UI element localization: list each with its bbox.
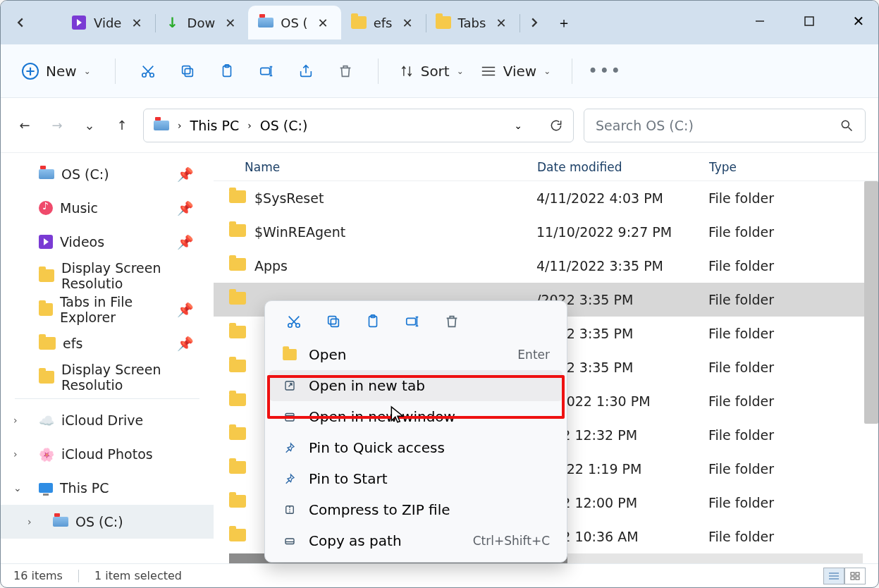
- close-tab-icon[interactable]: ✕: [399, 14, 415, 32]
- context-menu-item[interactable]: Compress to ZIP file: [269, 494, 563, 525]
- view-toggle-details[interactable]: [823, 568, 866, 584]
- tab-efs[interactable]: efs ✕: [341, 6, 426, 39]
- sidebar-item-folder[interactable]: Display Screen Resolutio: [1, 259, 214, 293]
- photos-icon: 🌸: [39, 447, 54, 462]
- file-date: 4/11/2022 3:35 PM: [536, 258, 708, 274]
- file-row[interactable]: Apps4/11/2022 3:35 PMFile folder: [214, 249, 878, 283]
- chevron-down-icon[interactable]: ⌄: [514, 120, 522, 131]
- context-menu-item[interactable]: Open in new window: [269, 401, 563, 432]
- disk-icon: [53, 517, 68, 527]
- disk-icon: [154, 118, 169, 133]
- column-name[interactable]: Name: [245, 160, 537, 174]
- sidebar-item-music[interactable]: Music📌: [1, 191, 214, 225]
- paste-button[interactable]: [211, 63, 242, 79]
- context-menu-item[interactable]: Pin to Quick access: [269, 432, 563, 463]
- sidebar-item-os-c[interactable]: OS (C:)📌: [1, 157, 214, 191]
- expand-icon[interactable]: ›: [13, 448, 18, 460]
- forward-button[interactable]: →: [46, 114, 68, 137]
- file-row[interactable]: $WinREAgent11/10/2022 9:27 PMFile folder: [214, 215, 878, 249]
- close-window-button[interactable]: ✕: [843, 8, 874, 35]
- breadcrumb-this-pc[interactable]: This PC: [190, 118, 240, 133]
- toolbar: + New ⌄ Sort ⌄ View ⌄ •••: [1, 44, 878, 98]
- breadcrumb-current[interactable]: OS (C:): [260, 118, 308, 133]
- folder-icon: [39, 371, 54, 384]
- pin-icon: [282, 441, 297, 454]
- tab-tabs[interactable]: Tabs ✕: [426, 6, 520, 39]
- expand-icon[interactable]: ›: [27, 516, 32, 527]
- sort-menu[interactable]: Sort ⌄: [395, 60, 468, 82]
- sidebar-item-folder[interactable]: Tabs in File Explorer📌: [1, 293, 214, 326]
- back-button[interactable]: ←: [13, 114, 36, 137]
- context-menu-item[interactable]: Open in new tab: [269, 370, 563, 401]
- column-date[interactable]: Date modified: [537, 160, 709, 174]
- tab-videos[interactable]: Vide ✕: [61, 6, 155, 39]
- tab-label: Vide: [94, 16, 121, 30]
- rename-button[interactable]: [251, 63, 282, 79]
- collapse-icon[interactable]: ⌄: [13, 482, 22, 494]
- list-icon: [481, 65, 496, 78]
- close-tab-icon[interactable]: ✕: [493, 14, 509, 32]
- svg-point-15: [296, 324, 300, 328]
- delete-button[interactable]: [330, 63, 361, 79]
- pin-icon: 📌: [177, 200, 194, 216]
- folder-icon: [229, 258, 247, 274]
- maximize-button[interactable]: [794, 8, 825, 35]
- item-count: 16 items: [13, 569, 63, 582]
- tab-scroll-right[interactable]: [520, 18, 549, 27]
- zip-icon: [282, 503, 297, 516]
- chevron-down-icon: ⌄: [543, 66, 551, 76]
- rename-icon[interactable]: [402, 311, 423, 332]
- delete-icon[interactable]: [441, 311, 462, 332]
- menu-item-label: Pin to Start: [309, 470, 388, 487]
- copy-icon[interactable]: [323, 311, 344, 332]
- folder-icon: [229, 224, 247, 240]
- column-type[interactable]: Type: [709, 160, 878, 174]
- new-button[interactable]: + New ⌄: [15, 59, 98, 84]
- close-tab-icon[interactable]: ✕: [222, 14, 238, 32]
- open-new-window-icon: [282, 410, 297, 423]
- view-menu[interactable]: View ⌄: [477, 60, 555, 82]
- tab-os-c[interactable]: OS ( ✕: [248, 6, 340, 39]
- copy-button[interactable]: [172, 63, 203, 79]
- paste-icon[interactable]: [362, 311, 383, 332]
- tab-downloads[interactable]: ↓ Dow ✕: [155, 6, 249, 39]
- sort-icon: [400, 64, 414, 78]
- expand-icon[interactable]: ›: [13, 415, 18, 426]
- more-button[interactable]: •••: [589, 61, 620, 81]
- sidebar-item-icloud-photos[interactable]: ›🌸iCloud Photos: [1, 437, 214, 471]
- close-tab-icon[interactable]: ✕: [315, 14, 331, 32]
- music-icon: [39, 201, 53, 215]
- file-date: 11/10/2022 9:27 PM: [536, 224, 708, 240]
- search-placeholder: Search OS (C:): [596, 118, 694, 133]
- new-tab-button[interactable]: ＋: [549, 13, 579, 32]
- close-tab-icon[interactable]: ✕: [128, 14, 145, 32]
- file-type: File folder: [708, 461, 878, 477]
- sidebar-item-this-pc[interactable]: ⌄This PC: [1, 471, 214, 505]
- sidebar-item-icloud-drive[interactable]: ›☁️iCloud Drive: [1, 403, 214, 437]
- sidebar-item-videos[interactable]: Videos📌: [1, 225, 214, 259]
- file-row[interactable]: $SysReset4/11/2022 4:03 PMFile folder: [214, 181, 878, 215]
- refresh-button[interactable]: [549, 118, 563, 133]
- search-box[interactable]: Search OS (C:): [584, 109, 866, 142]
- vertical-scrollbar[interactable]: [864, 181, 878, 424]
- tab-scroll-left[interactable]: [5, 7, 36, 38]
- up-button[interactable]: ↑: [111, 114, 133, 137]
- sidebar-item-folder[interactable]: Display Screen Resolutio: [1, 360, 214, 394]
- minimize-button[interactable]: [744, 8, 775, 35]
- context-menu-item[interactable]: Copy as pathCtrl+Shift+C: [269, 525, 563, 556]
- context-menu-item[interactable]: OpenEnter: [269, 339, 563, 370]
- sidebar-item-folder[interactable]: efs📌: [1, 326, 214, 360]
- sidebar-item-os-c-sub[interactable]: ›OS (C:): [1, 505, 214, 539]
- recent-locations-button[interactable]: ⌄: [78, 114, 101, 137]
- details-view-icon[interactable]: [823, 568, 844, 584]
- share-button[interactable]: [290, 63, 321, 79]
- svg-rect-16: [331, 319, 338, 326]
- folder-icon: [351, 15, 367, 30]
- cut-icon[interactable]: [283, 311, 305, 332]
- folder-icon: [436, 15, 451, 30]
- cut-button[interactable]: [133, 63, 164, 79]
- context-menu-item[interactable]: Pin to Start: [269, 463, 563, 494]
- address-bar[interactable]: › This PC › OS (C:) ⌄: [143, 109, 574, 142]
- thumbnails-view-icon[interactable]: [844, 568, 866, 584]
- context-action-icons: [269, 307, 563, 339]
